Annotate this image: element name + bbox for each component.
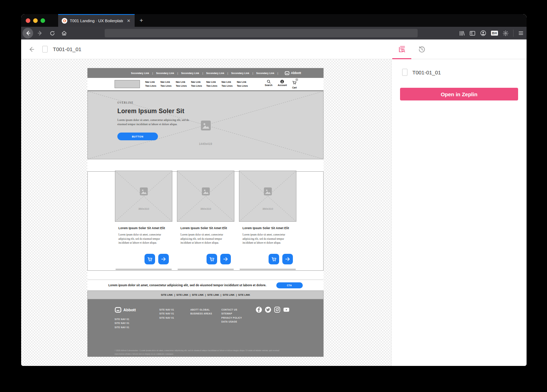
footer-link[interactable]: SITEMAP xyxy=(221,312,242,316)
card-arrow-button[interactable] xyxy=(282,254,293,264)
right-panel: T001-01_01 Open in Zeplin xyxy=(391,59,527,366)
screen-title: T001-01_01 xyxy=(53,46,81,52)
cart-icon xyxy=(292,81,296,85)
account-icon[interactable] xyxy=(480,30,486,36)
card-size-label: 350x310 xyxy=(115,207,172,210)
wf-cart-button[interactable]: 1 Cart xyxy=(292,80,297,89)
menu-icon[interactable] xyxy=(518,30,524,36)
site-link[interactable]: SITE LINK xyxy=(192,294,204,296)
card-size-label: 350x310 xyxy=(239,207,296,210)
add-to-cart-button[interactable] xyxy=(269,254,279,264)
browser-window: T001 Landing · UX Boilerplate ✕ + BH xyxy=(21,14,527,366)
wf-nav-bar: Nav LinkTwo Lines Nav LinkTwo Lines Nav … xyxy=(87,78,324,91)
footer-link[interactable]: ABOTT GLOBAL xyxy=(190,308,212,312)
wf-sitelinks-bar: SITE LINK| SITE LINK| SITE LINK| SITE LI… xyxy=(87,290,324,299)
card-shadow-strip xyxy=(178,269,234,271)
hero-button[interactable]: BUTTON xyxy=(117,133,158,140)
footer-link[interactable]: SITE NAV 01 xyxy=(115,317,129,321)
cart-icon xyxy=(209,257,214,262)
wf-secondary-link[interactable]: Secondary Link xyxy=(181,72,199,74)
tab-bar: T001 Landing · UX Boilerplate ✕ + xyxy=(21,14,527,27)
site-link[interactable]: SITE LINK xyxy=(238,294,250,296)
card-arrow-button[interactable] xyxy=(220,254,231,264)
site-link[interactable]: SITE LINK xyxy=(176,294,188,296)
card-title: Lorem Ipsum Soler Sit Amet Elit xyxy=(180,226,231,230)
footer-link[interactable]: SITE NAV 01 xyxy=(159,316,174,320)
zoom-window-button[interactable] xyxy=(41,18,45,23)
forward-button[interactable] xyxy=(35,28,45,38)
toolbar-divider xyxy=(513,30,514,37)
panel-screen-title: T001-01_01 xyxy=(412,69,441,75)
tab-close-icon[interactable]: ✕ xyxy=(125,18,132,24)
wf-search-button[interactable]: Search xyxy=(265,80,272,89)
browser-tab[interactable]: T001 Landing · UX Boilerplate ✕ xyxy=(58,14,135,27)
bh-extension-icon[interactable]: BH xyxy=(491,31,498,36)
tab-inspect[interactable] xyxy=(392,39,411,59)
footer-link[interactable]: SITE NAV 01 xyxy=(159,308,174,312)
wf-nav-link[interactable]: Nav LinkTwo Lines xyxy=(145,80,156,87)
wf-nav-link[interactable]: Nav LinkTwo Lines xyxy=(222,80,233,87)
wf-card: 350x310 Lorem Ipsum Soler Sit Amet Elit … xyxy=(239,171,296,269)
wf-secondary-bar: Secondary Link| Secondary Link| Secondar… xyxy=(87,68,324,78)
design-canvas[interactable]: Secondary Link| Secondary Link| Secondar… xyxy=(21,59,391,366)
image-placeholder-icon xyxy=(202,187,210,196)
footer-link[interactable]: DATA USAGE xyxy=(221,320,242,324)
site-link[interactable]: SITE LINK xyxy=(223,294,235,296)
minimize-window-button[interactable] xyxy=(33,18,38,23)
panel-tabs xyxy=(391,39,432,59)
footer-link[interactable]: CONTACT US xyxy=(221,308,242,312)
traffic-lights xyxy=(21,14,58,27)
instagram-icon[interactable] xyxy=(274,306,281,313)
site-link[interactable]: SITE LINK xyxy=(161,294,173,296)
card-shadow-strip xyxy=(116,269,172,271)
card-shadow-strip xyxy=(240,269,296,271)
facebook-icon[interactable] xyxy=(256,306,262,313)
home-button[interactable] xyxy=(59,28,69,38)
footer-link[interactable]: SITE NAV 01 xyxy=(115,325,129,329)
close-window-button[interactable] xyxy=(26,18,30,23)
arrow-right-icon xyxy=(161,257,166,262)
card-arrow-button[interactable] xyxy=(158,254,169,264)
image-placeholder-icon xyxy=(264,187,272,196)
refresh-button[interactable] xyxy=(47,28,57,38)
add-to-cart-button[interactable] xyxy=(145,254,155,264)
gear-icon[interactable] xyxy=(503,30,509,36)
back-button[interactable] xyxy=(23,28,33,38)
image-placeholder-icon xyxy=(201,120,211,131)
url-bar[interactable] xyxy=(105,29,418,37)
sidebar-toggle-icon[interactable] xyxy=(469,30,475,36)
wf-secondary-link[interactable]: Secondary Link xyxy=(206,72,224,74)
footer-link[interactable]: SITE NAV 01 xyxy=(159,312,174,316)
wf-account-button[interactable]: Account xyxy=(278,80,287,89)
footer-link[interactable]: BUSINESS AREAS xyxy=(190,312,212,316)
tab-history[interactable] xyxy=(412,39,431,59)
footer-link[interactable]: PRIVACY POLICY xyxy=(221,316,242,320)
footer-link[interactable]: SITE NAV 01 xyxy=(115,321,129,325)
app-back-button[interactable] xyxy=(26,44,37,55)
inspect-icon xyxy=(398,45,406,53)
youtube-icon[interactable] xyxy=(283,306,290,313)
twitter-icon[interactable] xyxy=(265,306,271,313)
open-in-zeplin-button[interactable]: Open in Zeplin xyxy=(400,88,518,100)
site-link[interactable]: SITE LINK xyxy=(207,294,219,296)
screen-thumb-icon xyxy=(42,46,48,53)
wf-nav-link[interactable]: Nav LinkTwo Lines xyxy=(176,80,187,87)
library-icon[interactable] xyxy=(459,30,465,36)
cart-icon xyxy=(271,257,276,262)
wf-card: 350x310 Lorem Ipsum Soler Sit Amet Elit … xyxy=(177,171,234,269)
wf-secondary-link[interactable]: Secondary Link xyxy=(131,72,149,74)
wf-secondary-link[interactable]: Secondary Link xyxy=(231,72,249,74)
new-tab-button[interactable]: + xyxy=(135,14,148,27)
wf-footer: Abbott SITE NAV 01 SITE NAV 01 SITE NAV … xyxy=(87,299,324,357)
wf-secondary-link[interactable]: Secondary Link xyxy=(256,72,274,74)
cta-button[interactable]: CTA xyxy=(276,282,303,288)
wf-cards-section: 350x310 Lorem Ipsum Soler Sit Amet Elit … xyxy=(87,171,324,271)
wf-nav-link[interactable]: Nav LinkTwo Lines xyxy=(191,80,202,87)
wf-nav-link[interactable]: Nav LinkTwo Lines xyxy=(160,80,171,87)
tab-favicon xyxy=(62,18,67,24)
add-to-cart-button[interactable] xyxy=(207,254,217,264)
hero-size-label: 1440x419 xyxy=(88,142,323,146)
wf-nav-link[interactable]: Nav LinkTwo Lines xyxy=(237,80,248,87)
wf-secondary-link[interactable]: Secondary Link xyxy=(156,72,174,74)
wf-nav-link[interactable]: Nav LinkTwo Lines xyxy=(206,80,217,87)
